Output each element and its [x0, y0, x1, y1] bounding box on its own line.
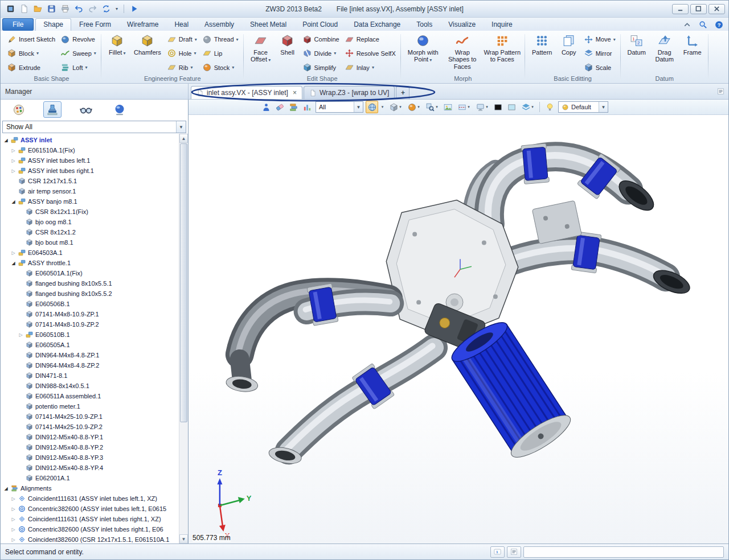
loft-button[interactable]: Loft▾: [58, 61, 99, 73]
maximize-button[interactable]: [690, 4, 707, 14]
scroll-down-icon[interactable]: ▼: [179, 534, 188, 543]
tree-item[interactable]: DIN964-M4x8-4.8-ZP.2: [1, 360, 188, 370]
doc-tab-wrap[interactable]: Wrap.Z3 - [wrap to UV]: [304, 86, 395, 99]
render-config-select[interactable]: Default▼: [558, 101, 608, 113]
wrap-pattern-to-faces-button[interactable]: Wrap Pattern to Faces: [482, 32, 522, 75]
input-toggle-icon[interactable]: 1: [490, 546, 505, 558]
chevron-down-icon[interactable]: ▼: [599, 102, 608, 112]
tree-item[interactable]: 07141-M4x25-10.9-ZP.2: [1, 422, 188, 432]
color-manager-tab[interactable]: [10, 101, 28, 118]
tree-item[interactable]: bjo oog m8.1: [1, 217, 188, 227]
divide-button[interactable]: Divide▾: [300, 47, 342, 59]
activate-component-button[interactable]: [260, 101, 272, 113]
expander-icon[interactable]: ◢: [10, 199, 17, 204]
render-style-button[interactable]: ▾: [405, 101, 422, 113]
expander-icon[interactable]: ▷: [10, 148, 17, 153]
shade-mode-arrow[interactable]: ▾: [379, 101, 386, 113]
tab-sheet-metal[interactable]: Sheet Metal: [242, 18, 294, 31]
play-button[interactable]: [128, 3, 140, 15]
frame-button[interactable]: Frame: [679, 32, 706, 75]
minimize-ribbon-icon[interactable]: [682, 20, 692, 29]
block-button[interactable]: Block▾: [5, 47, 58, 59]
rib-button[interactable]: Rib▾: [165, 61, 199, 73]
attribute-filter-button[interactable]: [301, 101, 313, 113]
tree-item[interactable]: ◢Alignments: [1, 483, 188, 493]
erase-button[interactable]: [273, 101, 286, 113]
lip-button[interactable]: Lip: [200, 47, 241, 59]
expander-icon[interactable]: ▷: [10, 517, 17, 522]
tree-item[interactable]: E060511A assembled.1: [1, 391, 188, 401]
tree-item[interactable]: air temp sensor.1: [1, 186, 188, 196]
stock-button[interactable]: Stock▾: [200, 61, 241, 73]
expander-icon[interactable]: ▷: [10, 507, 17, 512]
tree-item[interactable]: DIN964-M4x8-4.8-ZP.1: [1, 350, 188, 360]
tree-item[interactable]: DIN471-8.1: [1, 370, 188, 381]
open-file-button[interactable]: [31, 3, 44, 15]
expander-icon[interactable]: ◢: [2, 486, 10, 491]
tree-item[interactable]: DIN988-8x14x0.5.1: [1, 381, 188, 391]
sweep-button[interactable]: Sweep▾: [58, 47, 99, 59]
extrude-button[interactable]: Extrude: [5, 61, 58, 73]
inlay-button[interactable]: Inlay▾: [342, 61, 398, 73]
search-icon[interactable]: [698, 20, 708, 29]
tree-item[interactable]: ◢ASSY banjo m8.1: [1, 196, 188, 207]
background-color-swatch[interactable]: [492, 101, 504, 113]
layer-manager-button[interactable]: [287, 101, 300, 113]
layer-display-button[interactable]: ▾: [519, 101, 536, 113]
drag-datum-button[interactable]: Drag Datum: [650, 32, 679, 75]
tree-filter-select[interactable]: Show All ▼: [2, 121, 186, 133]
tab-inquire[interactable]: Inquire: [484, 18, 521, 31]
tree-item[interactable]: DIN912-M5x40-8.8-YP.4: [1, 463, 188, 473]
viewport-canvas[interactable]: Z Y X 505.773 mm: [189, 115, 728, 543]
tab-assembly[interactable]: Assembly: [196, 18, 242, 31]
minimize-button[interactable]: [672, 4, 689, 14]
tree-item[interactable]: CSR 8x12x1.2: [1, 227, 188, 237]
zoom-window-button[interactable]: ▾: [423, 101, 440, 113]
tree-item[interactable]: 07141-M4x8-10.9-ZP.1: [1, 309, 188, 319]
tree-item[interactable]: ◢ASSY inlet: [1, 135, 188, 145]
snapshot-button[interactable]: [441, 101, 454, 113]
scroll-up-icon[interactable]: ▲: [179, 134, 188, 143]
resolve-selfx-button[interactable]: Resolve SelfX: [342, 47, 398, 59]
tree-item[interactable]: E062001A.1: [1, 473, 188, 483]
status-input-field[interactable]: [523, 546, 724, 558]
close-icon[interactable]: ×: [293, 89, 297, 96]
visual-manager-tab[interactable]: [77, 101, 95, 118]
assembly-manager-tab[interactable]: [43, 101, 62, 118]
scrollbar-thumb[interactable]: [180, 143, 187, 422]
section-view-button[interactable]: ▾: [455, 101, 472, 113]
display-mode-button[interactable]: ▾: [387, 101, 404, 113]
chamfers-button[interactable]: Chamfers: [131, 32, 164, 75]
tree-item[interactable]: DIN912-M5x40-8.8-YP.2: [1, 442, 188, 452]
tree-item[interactable]: ▷Coincident111631 (ASSY inlet tubes righ…: [1, 514, 188, 524]
undo-button[interactable]: [72, 3, 85, 15]
tree-item[interactable]: ▷Coincident111631 (ASSY inlet tubes left…: [1, 493, 188, 504]
tab-tools[interactable]: Tools: [408, 18, 440, 31]
tab-visualize[interactable]: Visualize: [440, 18, 484, 31]
fillet-button[interactable]: Fillet ▾: [104, 32, 130, 75]
hole-button[interactable]: Hole▾: [165, 47, 199, 59]
qat-options-dropdown[interactable]: ▾: [113, 3, 120, 15]
light-button[interactable]: [543, 101, 556, 113]
face-offset-button[interactable]: Face Offset ▾: [247, 32, 275, 75]
datum-button[interactable]: 12Datum: [624, 32, 650, 75]
tree-item[interactable]: ▷ASSY inlet tubes right.1: [1, 166, 188, 176]
expander-icon[interactable]: ◢: [2, 138, 10, 143]
tree-item[interactable]: flanged bushing 8x10x5.5.2: [1, 289, 188, 299]
print-button[interactable]: [59, 3, 71, 15]
tab-wireframe[interactable]: Wireframe: [119, 18, 166, 31]
thread-button[interactable]: Thread▾: [200, 34, 241, 46]
wrap-shapes-to-faces-button[interactable]: Wrap Shapes to Faces: [443, 32, 482, 75]
tree-item[interactable]: ▷E064503A.1: [1, 248, 188, 258]
tree-item[interactable]: 07141-M4x25-10.9-ZP.1: [1, 411, 188, 422]
chevron-down-icon[interactable]: ▼: [354, 102, 363, 112]
tree-item[interactable]: ▷Coincident382600 (CSR 12x17x1.5.1, E061…: [1, 534, 188, 543]
expander-icon[interactable]: ▷: [10, 250, 17, 256]
tree-item[interactable]: potentio meter.1: [1, 401, 188, 411]
shade-mode-button[interactable]: [366, 101, 378, 113]
close-button[interactable]: [708, 4, 725, 14]
scale-button[interactable]: Scale: [581, 61, 618, 73]
tree-item[interactable]: ▷Concentric382600 (ASSY inlet tubes left…: [1, 504, 188, 514]
tree-scrollbar[interactable]: ▲ ▼: [179, 134, 188, 543]
tree-item[interactable]: E060501A.1(Fix): [1, 268, 188, 278]
